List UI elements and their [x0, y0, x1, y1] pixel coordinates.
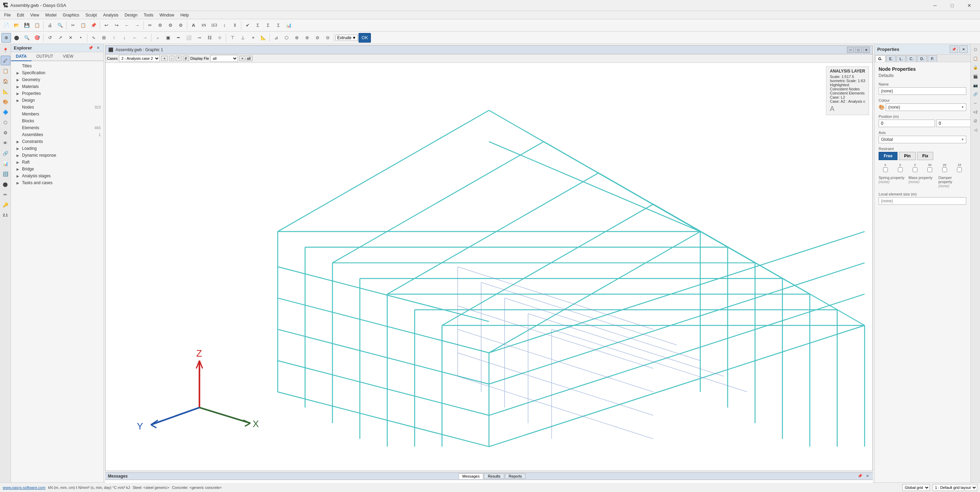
- restraint-fix[interactable]: Fix: [917, 152, 933, 160]
- tab-view[interactable]: VIEW: [58, 52, 78, 61]
- grid-btn[interactable]: ⊞: [99, 33, 109, 43]
- report-btn[interactable]: 📊: [284, 21, 294, 30]
- left-icon-12[interactable]: 📊: [1, 159, 10, 168]
- zoom-btn[interactable]: 🔍: [22, 33, 32, 43]
- elem-btn[interactable]: ▣: [163, 33, 173, 43]
- right-icon-8[interactable]: ×2: [971, 108, 980, 116]
- prop-tab-l[interactable]: L.: [896, 55, 906, 62]
- tree-titles[interactable]: Titles: [11, 62, 103, 70]
- right-icon-4[interactable]: 🎬: [971, 72, 980, 80]
- back-btn[interactable]: ←: [122, 21, 132, 30]
- more3-btn[interactable]: ⊛: [292, 33, 301, 43]
- more2-btn[interactable]: ⬡: [282, 33, 291, 43]
- left-icon-2[interactable]: 🖊: [1, 56, 10, 65]
- tree-blocks[interactable]: Blocks: [11, 117, 103, 124]
- analyse3-btn[interactable]: ⚙: [176, 21, 186, 30]
- left-icon-4[interactable]: 🏠: [1, 76, 10, 86]
- shell-btn[interactable]: ⬜: [184, 33, 194, 43]
- right-btn[interactable]: →: [140, 33, 150, 43]
- misc1-btn[interactable]: ↕: [220, 21, 229, 30]
- left-icon-8[interactable]: ⬡: [1, 117, 10, 127]
- local-element-input[interactable]: [878, 197, 966, 205]
- tree-assemblies[interactable]: Assemblies 1: [11, 131, 103, 138]
- snap-btn[interactable]: ⌖: [248, 33, 258, 43]
- node-btn[interactable]: ⬦: [153, 33, 162, 43]
- layout-select[interactable]: 1 : Default grid layout: [932, 484, 977, 491]
- left-icon-15[interactable]: ✏: [1, 190, 10, 199]
- position-x[interactable]: [878, 119, 935, 127]
- tree-raft[interactable]: ▶ Raft: [11, 159, 103, 166]
- more6-btn[interactable]: ⊝: [323, 33, 332, 43]
- menu-sculpt[interactable]: Sculpt: [83, 12, 100, 18]
- new-btn[interactable]: 📄: [2, 21, 11, 30]
- left-icon-7[interactable]: 🔷: [1, 107, 10, 117]
- menu-design[interactable]: Design: [122, 12, 140, 18]
- tab-reports[interactable]: Reports: [505, 473, 526, 479]
- menu-help[interactable]: Help: [178, 12, 192, 18]
- tree-dynamic-response[interactable]: ▶ Dynamic response: [11, 152, 103, 159]
- graphic-close[interactable]: ✕: [863, 47, 870, 53]
- left-icon-14[interactable]: ⬤: [1, 179, 10, 189]
- grid-select[interactable]: Global grid: [902, 484, 930, 491]
- more5-btn[interactable]: ⊘: [312, 33, 322, 43]
- axis2-btn[interactable]: ⊥: [238, 33, 248, 43]
- redo-btn[interactable]: ↪: [112, 21, 121, 30]
- menu-file[interactable]: File: [2, 12, 13, 18]
- cases-star[interactable]: *: [176, 56, 181, 61]
- dof-zz-check[interactable]: [957, 167, 962, 172]
- tree-specification[interactable]: ▶ Specification: [11, 70, 103, 76]
- dot-btn[interactable]: •: [76, 33, 86, 43]
- dof-yy-check[interactable]: [942, 167, 947, 172]
- analyse2-btn[interactable]: ⚙: [166, 21, 175, 30]
- tree-nodes[interactable]: Nodes 323: [11, 104, 103, 111]
- menu-graphics[interactable]: Graphics: [60, 12, 82, 18]
- spring-btn[interactable]: ⊸: [194, 33, 204, 43]
- cases-minus[interactable]: -: [169, 56, 175, 61]
- graphic-minimize[interactable]: ─: [847, 47, 854, 53]
- measure-btn[interactable]: 📐: [258, 33, 268, 43]
- left-icon-17[interactable]: 2.1: [1, 210, 10, 220]
- right-icon-3[interactable]: 🔒: [971, 63, 980, 71]
- down-btn[interactable]: ↓: [119, 33, 129, 43]
- tree-members[interactable]: Members: [11, 111, 103, 117]
- cut-btn[interactable]: ✂: [68, 21, 78, 30]
- dof-y-check[interactable]: [898, 167, 903, 172]
- left-icon-16[interactable]: 🔑: [1, 200, 10, 209]
- fit-btn[interactable]: + - all: [239, 56, 253, 61]
- print-btn[interactable]: 🖨: [45, 21, 55, 30]
- select-mode-btn[interactable]: ⊕: [2, 33, 11, 43]
- left-icon-1[interactable]: 📍: [1, 45, 10, 55]
- left-icon-9[interactable]: ⚙: [1, 128, 10, 137]
- right-icon-1[interactable]: ⬡: [971, 45, 980, 54]
- rotate-btn[interactable]: ↺: [45, 33, 55, 43]
- tree-tasks-cases[interactable]: ▶ Tasks and cases: [11, 179, 103, 186]
- wave-btn[interactable]: ∿: [89, 33, 98, 43]
- colour-select[interactable]: (none): [886, 103, 966, 111]
- circle-btn[interactable]: ⬤: [12, 33, 21, 43]
- maximize-button[interactable]: □: [944, 0, 960, 11]
- ok-btn[interactable]: OK: [358, 33, 371, 43]
- dof-xx-check[interactable]: [928, 167, 932, 172]
- cases-select[interactable]: 2 - Analysis case 2: [119, 55, 160, 62]
- right-icon-6[interactable]: 🔗: [971, 90, 980, 98]
- menu-window[interactable]: Window: [157, 12, 177, 18]
- right-icon-9[interactable]: /2: [971, 117, 980, 125]
- tree-materials[interactable]: ▶ Materials: [11, 83, 103, 90]
- up-btn[interactable]: ↑: [109, 33, 119, 43]
- copy-btn[interactable]: 📋: [78, 21, 88, 30]
- menu-tools[interactable]: Tools: [141, 12, 156, 18]
- axis1-btn[interactable]: ⊤: [228, 33, 237, 43]
- menu-analysis[interactable]: Analysis: [100, 12, 121, 18]
- left-icon-5[interactable]: 📐: [1, 87, 10, 96]
- explorer-close[interactable]: ✕: [95, 45, 101, 51]
- restraint-pin[interactable]: Pin: [899, 152, 916, 160]
- right-icon-10[interactable]: ◁: [971, 126, 980, 134]
- prop-tab-e[interactable]: E.: [886, 55, 896, 62]
- menu-edit[interactable]: Edit: [14, 12, 27, 18]
- scale-btn[interactable]: 1E3: [209, 21, 219, 30]
- restraint-free[interactable]: Free: [878, 152, 897, 160]
- tree-properties[interactable]: ▶ Properties: [11, 90, 103, 97]
- tab-output[interactable]: OUTPUT: [32, 52, 58, 61]
- tree-geometry[interactable]: ▶ Geometry: [11, 76, 103, 83]
- tree-bridge[interactable]: ▶ Bridge: [11, 166, 103, 173]
